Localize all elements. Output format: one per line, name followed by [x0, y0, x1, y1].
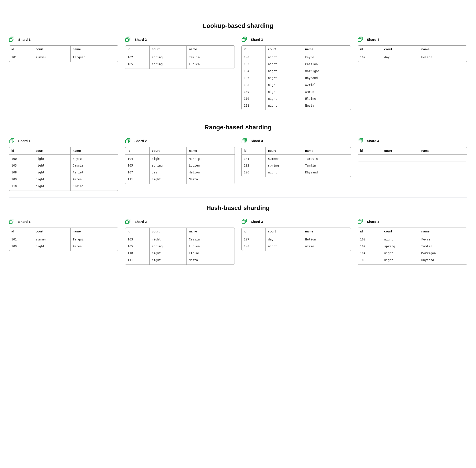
cell-id: 100 [358, 235, 382, 243]
database-icon [9, 138, 15, 144]
cell-court: night [33, 169, 70, 176]
cell-name: Amren [70, 243, 118, 251]
sharding-section: Range-based shardingShard 1idcourtname10… [9, 117, 467, 198]
cell-id: 104 [358, 250, 382, 257]
cell-name: Tarquin [303, 155, 351, 162]
table-row: 104nightMorrigan [242, 68, 351, 74]
cell-id: 102 [242, 162, 266, 169]
cell-name: Helion [419, 53, 467, 62]
cell-court: spring [149, 243, 186, 250]
table-row: 110nightElaine [242, 95, 351, 102]
cell-court: night [266, 88, 303, 95]
table-row: 110nightElaine [9, 183, 118, 190]
shard-label: Shard 1 [18, 220, 30, 223]
column-header-name: name [419, 228, 467, 235]
table-row: 111nightNesta [242, 102, 351, 110]
shard-table: idcourtname107dayHelion108nightAzriel [241, 228, 351, 251]
cell-name: Tamlin [303, 162, 351, 169]
cell-court: night [149, 250, 186, 257]
cell-id: 107 [358, 53, 382, 62]
cell-id: 108 [9, 169, 33, 176]
shard-table: idcourtname [358, 147, 467, 161]
shard-header: Shard 1 [9, 36, 118, 43]
shard: Shard 2idcourtname102springTamlin105spri… [125, 36, 235, 69]
column-header-name: name [186, 46, 235, 53]
column-header-id: id [242, 147, 266, 155]
table-row: 109nightAmren [242, 88, 351, 95]
cell-name: Cassian [186, 235, 235, 243]
cell-court: night [266, 169, 303, 177]
shard-header: Shard 2 [125, 138, 235, 144]
sharding-section: Lookup-based shardingShard 1idcourtname1… [9, 15, 467, 117]
cell-name: Morrigan [186, 155, 235, 162]
shard-table: idcourtname102springTamlin105springLucie… [125, 45, 235, 69]
shard: Shard 1idcourtname100nightFeyre103nightC… [9, 138, 118, 191]
cell-court: night [266, 243, 303, 251]
shard: Shard 3idcourtname100nightFeyre103nightC… [241, 36, 351, 110]
column-header-id: id [358, 228, 382, 235]
shards-row: Shard 1idcourtname101summerTarquinShard … [9, 36, 467, 110]
shard: Shard 2idcourtname103nightCassian105spri… [125, 218, 235, 265]
cell-name: Lucien [186, 162, 235, 169]
table-row: 105springLucien [125, 61, 234, 69]
cell-name: Elaine [303, 95, 351, 102]
column-header-court: court [382, 228, 419, 235]
column-header-name: name [186, 147, 235, 155]
cell-id: 101 [9, 53, 33, 62]
shard-table: idcourtname101summerTarquin102springTaml… [241, 147, 351, 177]
column-header-court: court [149, 147, 186, 155]
shard-label: Shard 4 [367, 139, 379, 143]
cell-court: night [149, 257, 186, 264]
shard-label: Shard 2 [134, 139, 147, 143]
table-row: 110nightElaine [125, 250, 234, 257]
shard: Shard 3idcourtname107dayHelion108nightAz… [241, 218, 351, 251]
table-row: 111nightNesta [125, 257, 234, 264]
cell-court: night [266, 102, 303, 110]
cell-name: Rhysand [419, 257, 467, 264]
cell-id: 111 [125, 257, 149, 264]
shard-label: Shard 3 [251, 139, 263, 143]
column-header-court: court [266, 228, 303, 235]
table-row: 106nightRhysand [358, 257, 467, 264]
shard-header: Shard 2 [125, 36, 235, 43]
table-row: 108nightAzriel [242, 243, 351, 251]
cell-court: night [149, 176, 186, 184]
table-row: 107dayHelion [242, 235, 351, 243]
column-header-court: court [382, 46, 419, 53]
cell-name: Tamlin [186, 53, 235, 61]
cell-name: Rhysand [303, 169, 351, 177]
cell-id: 111 [242, 102, 266, 110]
database-icon [125, 36, 132, 43]
shard-label: Shard 1 [18, 38, 30, 41]
shard-header: Shard 3 [241, 138, 351, 144]
cell-id: 110 [242, 95, 266, 102]
shard-label: Shard 2 [134, 38, 147, 41]
cell-court: spring [266, 162, 303, 169]
cell-court: spring [149, 162, 186, 169]
shards-row: Shard 1idcourtname101summerTarquin109nig… [9, 218, 467, 265]
shard-label: Shard 1 [18, 139, 30, 143]
cell-id: 103 [242, 61, 266, 68]
svg-rect-17 [126, 140, 128, 143]
column-header-court: court [33, 46, 70, 53]
column-header-id: id [9, 147, 33, 155]
database-icon [9, 36, 15, 43]
section-title: Range-based sharding [9, 124, 467, 131]
cell-name: Helion [186, 169, 235, 176]
shard-label: Shard 3 [251, 220, 263, 223]
column-header-name: name [303, 147, 351, 155]
cell-id: 105 [125, 61, 149, 69]
cell-id: 110 [125, 250, 149, 257]
cell-name: Nesta [186, 176, 235, 184]
cell-name: Amren [70, 176, 118, 183]
database-icon [241, 218, 248, 225]
cell-court: night [33, 176, 70, 183]
cell-id: 100 [242, 53, 266, 61]
table-row: 105springLucien [125, 162, 234, 169]
cell-court: night [266, 82, 303, 88]
cell-id: 106 [242, 169, 266, 177]
cell-court: night [382, 257, 419, 264]
cell-court: summer [33, 235, 70, 243]
cell-name: Tamlin [419, 243, 467, 250]
column-header-id: id [125, 147, 149, 155]
